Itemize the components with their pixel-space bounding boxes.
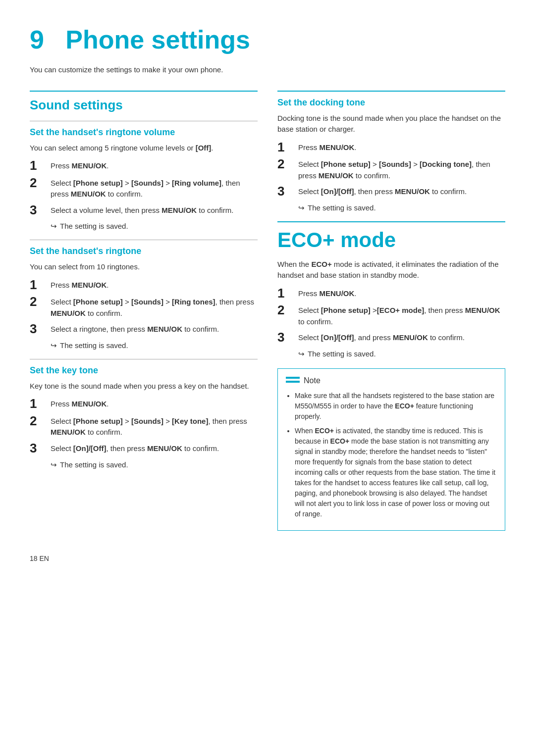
eco-mode-description: When the ECO+ mode is activated, it elim… (277, 259, 505, 281)
docking-tone-description: Docking tone is the sound made when you … (277, 113, 505, 135)
step-3: 3 Select a volume level, then press MENU… (30, 203, 258, 217)
eco-mode-steps: 1 Press MENU/OK. 2 Select [Phone setup] … (277, 286, 505, 345)
note-header: Note (286, 376, 497, 386)
step-text: Select [Phone setup] > [Sounds] > [Ring … (51, 176, 258, 200)
result-line: ↪ The setting is saved. (51, 460, 258, 469)
intro-paragraph: You can customize the settings to make i… (30, 64, 505, 76)
page-title: 9 Phone settings (30, 25, 505, 54)
step-number: 1 (277, 140, 295, 154)
key-tone-steps: 1 Press MENU/OK. 2 Select [Phone setup] … (30, 397, 258, 455)
step-text: Press MENU/OK. (298, 286, 357, 300)
result-line: ↪ The setting is saved. (51, 222, 258, 231)
result-text: The setting is saved. (308, 350, 376, 358)
note-item-2: When ECO+ is activated, the standby time… (295, 426, 497, 519)
step-number: 3 (30, 203, 48, 217)
result-line: ↪ The setting is saved. (298, 350, 505, 358)
step-text: Select [On]/[Off], then press MENU/OK to… (51, 441, 219, 454)
step-2: 2 Select [Phone setup] > [Sounds] > [Doc… (277, 157, 505, 181)
step-text: Press MENU/OK. (51, 397, 109, 410)
sound-settings-title: Sound settings (30, 98, 258, 113)
result-text: The setting is saved. (60, 222, 128, 230)
result-text: The setting is saved. (60, 341, 128, 350)
step-text: Select [Phone setup] >[ECO+ mode], then … (298, 303, 505, 327)
eco-mode-section: ECO+ mode When the ECO+ mode is activate… (277, 228, 505, 531)
docking-tone-title: Set the docking tone (277, 98, 505, 108)
ringtone-section: Set the handset's ringtone You can selec… (30, 246, 258, 350)
step-2: 2 Select [Phone setup] > [Sounds] > [Rin… (30, 176, 258, 200)
step-text: Press MENU/OK. (298, 140, 357, 153)
ringtone-steps: 1 Press MENU/OK. 2 Select [Phone setup] … (30, 278, 258, 336)
step-1: 1 Press MENU/OK. (30, 397, 258, 411)
arrow-icon: ↪ (51, 222, 57, 231)
result-text: The setting is saved. (60, 460, 128, 469)
docking-tone-steps: 1 Press MENU/OK. 2 Select [Phone setup] … (277, 140, 505, 199)
step-number: 2 (277, 157, 295, 171)
ringtone-volume-steps: 1 Press MENU/OK. 2 Select [Phone setup] … (30, 158, 258, 217)
step-3: 3 Select [On]/[Off], and press MENU/OK t… (277, 330, 505, 345)
step-number: 2 (30, 176, 48, 190)
subsection-divider-ringtone (30, 240, 258, 240)
ringtone-volume-description: You can select among 5 ringtone volume l… (30, 143, 258, 154)
section-divider-top (30, 91, 258, 92)
result-line: ↪ The setting is saved. (298, 203, 505, 212)
step-text: Select [Phone setup] > [Sounds] > [Key t… (51, 414, 258, 438)
step-1: 1 Press MENU/OK. (30, 278, 258, 292)
step-number: 3 (277, 184, 295, 199)
step-2: 2 Select [Phone setup] >[ECO+ mode], the… (277, 303, 505, 327)
step-2: 2 Select [Phone setup] > [Sounds] > [Rin… (30, 295, 258, 319)
step-1: 1 Press MENU/OK. (30, 158, 258, 173)
title-text: Phone settings (65, 25, 250, 54)
key-tone-title: Set the key tone (30, 365, 258, 376)
note-lines-icon (286, 376, 300, 386)
ringtone-volume-title: Set the handset's ringtone volume (30, 127, 258, 138)
page-footer: 18 EN (30, 554, 505, 562)
note-label: Note (304, 376, 321, 385)
eco-mode-title: ECO+ mode (277, 228, 505, 252)
arrow-icon: ↪ (51, 460, 57, 469)
step-text: Select [On]/[Off], and press MENU/OK to … (298, 330, 465, 344)
ringtone-description: You can select from 10 ringtones. (30, 261, 258, 273)
section-divider-eco (277, 221, 505, 222)
result-line: ↪ The setting is saved. (51, 341, 258, 350)
step-number: 3 (30, 441, 48, 455)
step-number: 1 (277, 286, 295, 301)
two-column-layout: Sound settings Set the handset's rington… (30, 91, 505, 540)
ringtone-volume-section: Set the handset's ringtone volume You ca… (30, 127, 258, 231)
docking-tone-section: Set the docking tone Docking tone is the… (277, 98, 505, 212)
arrow-icon: ↪ (298, 203, 305, 212)
right-column: Set the docking tone Docking tone is the… (277, 91, 505, 540)
step-text: Press MENU/OK. (51, 278, 109, 291)
step-number: 2 (277, 303, 295, 317)
step-number: 1 (30, 278, 48, 292)
step-3: 3 Select [On]/[Off], then press MENU/OK … (277, 184, 505, 199)
step-1: 1 Press MENU/OK. (277, 140, 505, 154)
step-number: 1 (30, 158, 48, 173)
step-text: Select a volume level, then press MENU/O… (51, 203, 233, 216)
step-number: 2 (30, 414, 48, 428)
step-number: 1 (30, 397, 48, 411)
step-text: Select [Phone setup] > [Sounds] > [Docki… (298, 157, 505, 181)
key-tone-description: Key tone is the sound made when you pres… (30, 381, 258, 392)
note-box: Note Make sure that all the handsets reg… (277, 368, 505, 531)
subsection-divider-key-tone (30, 359, 258, 359)
note-list: Make sure that all the handsets register… (286, 391, 497, 519)
step-3: 3 Select [On]/[Off], then press MENU/OK … (30, 441, 258, 455)
step-3: 3 Select a ringtone, then press MENU/OK … (30, 322, 258, 336)
arrow-icon: ↪ (298, 350, 305, 358)
page-container: 9 Phone settings You can customize the s… (30, 25, 505, 562)
section-divider-docking (277, 91, 505, 92)
arrow-icon: ↪ (51, 341, 57, 350)
key-tone-section: Set the key tone Key tone is the sound m… (30, 365, 258, 469)
step-number: 2 (30, 295, 48, 309)
subsection-divider-ringtone-volume (30, 121, 258, 121)
step-text: Select [On]/[Off], then press MENU/OK to… (298, 184, 467, 198)
step-2: 2 Select [Phone setup] > [Sounds] > [Key… (30, 414, 258, 438)
result-text: The setting is saved. (308, 203, 376, 212)
ringtone-title: Set the handset's ringtone (30, 246, 258, 256)
step-number: 3 (277, 330, 295, 345)
step-text: Press MENU/OK. (51, 158, 109, 172)
note-item-1: Make sure that all the handsets register… (295, 391, 497, 422)
left-column: Sound settings Set the handset's rington… (30, 91, 258, 540)
chapter-number: 9 (30, 25, 44, 54)
step-text: Select a ringtone, then press MENU/OK to… (51, 322, 219, 335)
